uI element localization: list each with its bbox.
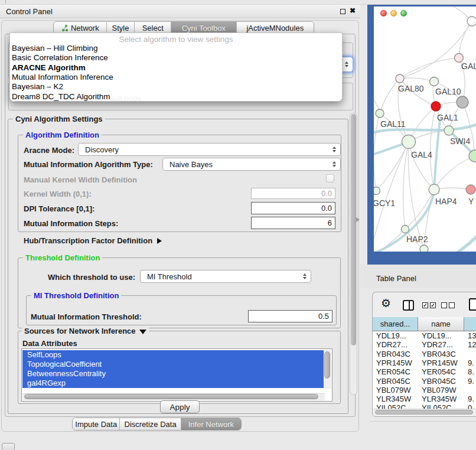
group-title: Cyni Algorithm Settings [13,115,105,123]
apply-button[interactable]: Apply [160,400,200,413]
settings-scrollbar-thumb[interactable] [351,114,356,345]
table-row[interactable]: YBL079WYBL079W [373,386,476,394]
panel-collapse-arrow[interactable] [356,217,360,222]
table-scrollbar-thumb[interactable] [375,410,473,415]
kernel-width-field[interactable]: 0.0 [251,188,335,199]
table-row[interactable]: YBR043CYBR043C [373,350,476,358]
attribute-item[interactable]: gal4RGexp [22,379,324,388]
dropdown-item[interactable]: Bayesian – K2 [12,82,63,92]
node-label: GAL80 [398,84,424,93]
mi-algorithm-type-combo[interactable]: Naive Bayes [162,158,341,171]
network-view[interactable]: GAL7GAL80GAL10GAL1GAL11SWI4GAL4HAP4YGCY1… [374,6,476,252]
network-node-grayn[interactable] [457,96,468,108]
table-cell: YDR27... [418,340,464,349]
dropdown-item[interactable]: Mutual Information Inference [12,73,113,82]
attribute-item[interactable]: TopologicalCoefficient [22,360,324,369]
field-value: 6 [328,219,332,227]
column-header[interactable]: shared... [373,317,418,331]
tab-label: Impute Data [75,420,117,429]
split-columns-icon[interactable] [403,300,414,311]
select-all-checkboxes-icon[interactable]: ✓✓ [422,302,436,308]
table-cell: YDL19... [418,331,464,340]
table-row[interactable]: YDR27...YDR27...12 [373,340,476,349]
node-label: GAL10 [435,87,461,96]
node-label: GCY1 [374,198,395,208]
table-row[interactable]: YDL19...YDL19...13 [373,331,476,340]
table-cell: YDL19... [373,331,418,340]
table-cell [464,350,476,358]
tab-style[interactable]: Style [106,22,135,34]
mi-steps-label: Mutual Information Steps: [24,219,118,228]
data-attributes-list[interactable]: SelfLoopsTopologicalCoefficientBetweenne… [21,348,332,402]
table-row[interactable]: YLR345WYLR345W9. [373,394,476,403]
table-row[interactable]: YIL052CYIL052C0. [373,403,476,409]
group-title: Threshold Definition [23,253,102,262]
tab-jactivemnodules[interactable]: jActiveMNodules [236,22,314,34]
clear-checkboxes-icon[interactable] [441,302,455,308]
network-node-gal1[interactable] [431,102,441,111]
tab-label: Discretize Data [125,420,177,429]
node-table[interactable]: shared...name YDL19...YDL19...13YDR27...… [373,317,476,409]
network-node-hap4[interactable] [429,184,439,195]
dropdown-item[interactable]: Bayesian – Hill Climbing [12,44,98,53]
column-header[interactable]: name [418,317,464,331]
mi-steps-field[interactable]: 6 [251,217,335,229]
settings-gear-icon[interactable]: ⚙ [381,296,391,310]
aracne-mode-combo[interactable]: Discovery [78,143,341,156]
mi-threshold-field[interactable]: 0.5 [248,310,332,322]
network-node-gal10[interactable] [430,77,439,86]
scrollbar-thumb[interactable] [324,351,330,379]
dpi-tolerance-field[interactable]: 0.0 [251,202,335,214]
network-node-gal11[interactable] [376,109,384,118]
hub-definition-toggle[interactable]: Hub/Transcription Factor Definition [24,236,162,245]
toolbar-divider [5,0,6,4]
tab-discretize-data[interactable]: Discretize Data [119,418,180,430]
table-row[interactable]: YBR045CYBR045C9. [373,377,476,386]
spinner-arrows-icon [303,273,307,279]
network-edge [374,229,405,252]
manual-kernel-width-checkbox[interactable] [326,174,334,182]
network-node-y[interactable] [466,185,475,194]
list-horizontal-scrollbar[interactable] [22,393,325,400]
table-cell: YLR345W [418,394,464,403]
attribute-item[interactable]: BetweennessCentrality [22,369,324,379]
tab-cyni-toolbox[interactable]: Cyni Toolbox [171,22,236,34]
document-icon[interactable] [469,298,476,311]
table-row[interactable]: YPR145WYPR145W9. [373,358,476,367]
spinner-arrows-icon [332,146,336,152]
table-cell: 9. [464,377,476,386]
node-label: GAL11 [380,119,406,129]
list-vertical-scrollbar[interactable] [324,350,331,389]
node-label: Y [468,197,474,206]
network-node-gcy1[interactable] [374,187,380,195]
tab-impute-data[interactable]: Impute Data [73,418,119,430]
attribute-item[interactable]: SelfLoops [22,350,324,360]
node-label: SWI4 [450,136,470,146]
tab-network[interactable]: Network [54,22,106,34]
window-grip-icon[interactable] [2,443,15,450]
table-cell: YDR27... [373,340,418,349]
table-cell: YPR145W [418,358,464,367]
close-icon[interactable]: ✖ [350,6,356,15]
data-attributes-label: Data Attributes [22,339,77,348]
network-node-swi4[interactable] [444,126,454,135]
scrollbar-thumb[interactable] [24,394,318,399]
network-node-node-top[interactable] [467,17,476,26]
algorithm-dropdown: Select algorithm to view settings Infere… [9,32,343,102]
float-window-icon[interactable] [340,9,345,14]
tab-select[interactable]: Select [134,22,171,34]
dropdown-item[interactable]: Dream8 DC_TDC Algorithm [12,92,110,102]
network-node-gal80[interactable] [396,74,404,83]
bottom-tabs: Impute DataDiscretize DataInfer Network [72,418,242,431]
table-cell: 9. [464,394,476,403]
tab-label: Style [112,24,129,32]
column-header[interactable] [464,317,476,331]
tab-infer-network[interactable]: Infer Network [181,418,241,430]
dropdown-item[interactable]: ARACNE Algorithm [12,63,86,73]
network-node-nodeb[interactable] [420,245,428,252]
table-row[interactable]: YER054CYER054C8. [373,367,476,376]
network-node-gal4[interactable] [402,135,416,149]
dropdown-item[interactable]: Basic Correlation Inference [12,53,108,63]
which-threshold-combo[interactable]: MI Threshold [140,270,311,283]
network-node-hap2[interactable] [402,226,409,233]
